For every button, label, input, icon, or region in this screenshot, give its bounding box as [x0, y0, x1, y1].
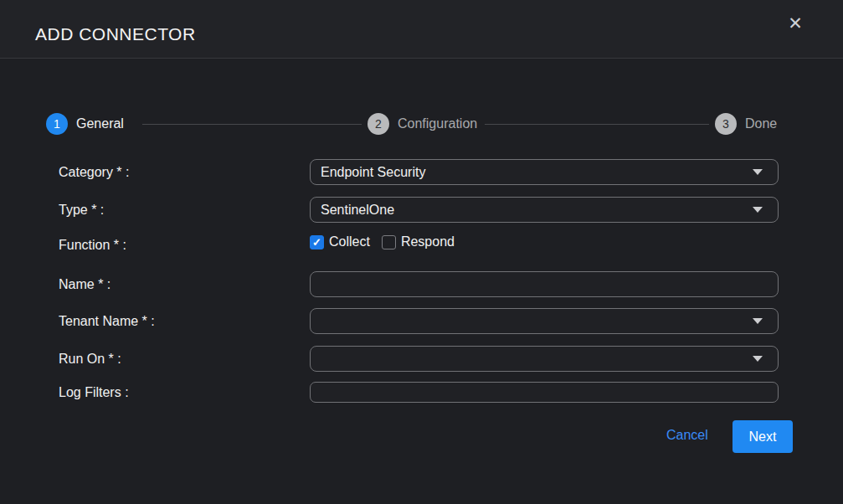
form-row-type: Type * : SentinelOne: [59, 197, 779, 223]
step-number-badge: 3: [715, 113, 737, 135]
step-label: Configuration: [398, 116, 477, 131]
function-checkbox-group: ✓ Collect ✓ Respond: [310, 234, 779, 250]
checkbox-checked-icon: ✓: [310, 235, 324, 249]
stepper-connector-line: [485, 124, 709, 125]
form-row-log-filters: Log Filters :: [59, 382, 779, 403]
category-label: Category * :: [59, 159, 129, 185]
form-row-function: Function * : ✓ Collect ✓ Respond: [59, 234, 779, 250]
chevron-down-icon: [753, 169, 763, 175]
form-row-category: Category * : Endpoint Security: [59, 159, 779, 185]
stepper-step-configuration: 2 Configuration: [368, 113, 477, 135]
form-row-name: Name * :: [59, 271, 779, 297]
type-select[interactable]: SentinelOne: [310, 197, 779, 223]
tenant-name-label: Tenant Name * :: [59, 308, 155, 334]
step-label: Done: [745, 116, 777, 131]
add-connector-dialog: ADD CONNECTOR ✕ 1 General 2 Configuratio…: [0, 0, 843, 504]
run-on-label: Run On * :: [59, 346, 121, 372]
log-filters-input[interactable]: [310, 382, 779, 403]
collect-checkbox[interactable]: ✓ Collect: [310, 234, 370, 249]
log-filters-label: Log Filters :: [59, 382, 129, 403]
step-number-badge: 2: [368, 113, 389, 135]
run-on-select[interactable]: [310, 346, 779, 372]
next-button[interactable]: Next: [732, 420, 793, 453]
chevron-down-icon: [753, 207, 763, 213]
form-row-run-on: Run On * :: [59, 346, 779, 372]
dialog-header: ADD CONNECTOR ✕: [0, 0, 843, 59]
respond-checkbox-label: Respond: [401, 234, 455, 249]
step-label: General: [76, 116, 124, 131]
name-label: Name * :: [59, 271, 111, 297]
chevron-down-icon: [753, 356, 763, 362]
dialog-title: ADD CONNECTOR: [35, 24, 196, 44]
tenant-name-select[interactable]: [310, 308, 779, 334]
respond-checkbox[interactable]: ✓ Respond: [382, 234, 455, 249]
name-input[interactable]: [310, 271, 779, 297]
category-select[interactable]: Endpoint Security: [310, 159, 779, 185]
close-icon[interactable]: ✕: [784, 12, 807, 35]
form-row-tenant-name: Tenant Name * :: [59, 308, 779, 334]
type-selected-value: SentinelOne: [321, 203, 753, 218]
stepper-connector-line: [142, 124, 362, 125]
type-label: Type * :: [59, 197, 104, 223]
step-number-badge: 1: [46, 113, 68, 135]
collect-checkbox-label: Collect: [329, 234, 370, 249]
stepper-step-done: 3 Done: [715, 113, 777, 135]
chevron-down-icon: [753, 318, 763, 324]
stepper-step-general: 1 General: [46, 113, 124, 135]
cancel-button[interactable]: Cancel: [666, 428, 708, 443]
checkbox-unchecked-icon: ✓: [382, 235, 396, 249]
category-selected-value: Endpoint Security: [321, 165, 753, 180]
function-label: Function * :: [59, 240, 126, 250]
